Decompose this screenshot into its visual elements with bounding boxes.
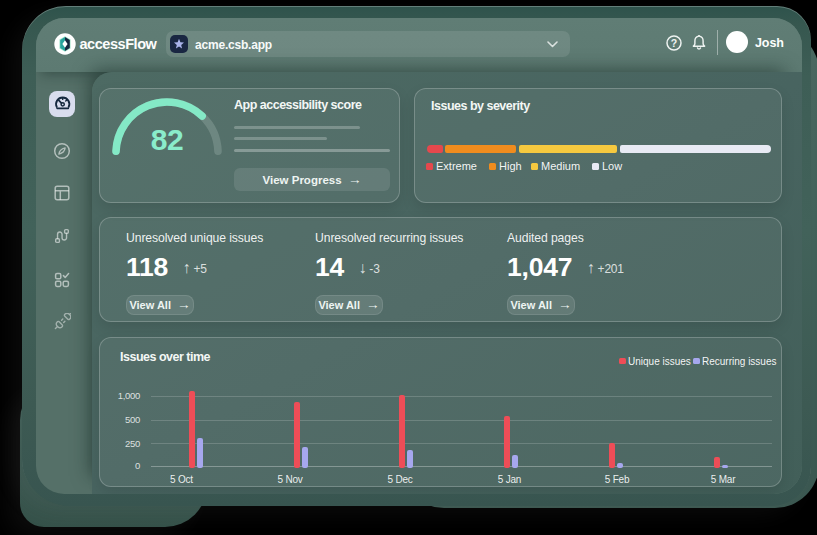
svg-text:?: ? <box>670 36 676 48</box>
